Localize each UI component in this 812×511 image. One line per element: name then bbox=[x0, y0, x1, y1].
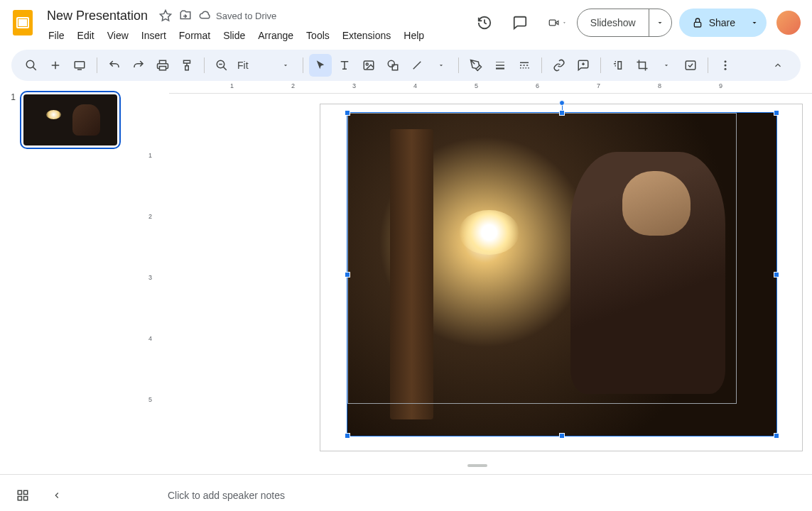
new-slide-button[interactable] bbox=[44, 54, 67, 77]
separator bbox=[97, 57, 97, 73]
move-icon[interactable] bbox=[179, 9, 192, 22]
separator bbox=[541, 57, 542, 73]
menu-file[interactable]: File bbox=[43, 27, 70, 44]
canvas-area[interactable]: 1 2 3 4 5 6 7 8 9 1 2 3 4 5 bbox=[142, 81, 812, 474]
save-status[interactable]: Saved to Drive bbox=[199, 9, 276, 22]
textbox-tool[interactable] bbox=[333, 54, 356, 77]
account-avatar[interactable] bbox=[776, 11, 801, 35]
share-button[interactable]: Share bbox=[679, 9, 747, 37]
slides-app-icon[interactable] bbox=[9, 9, 37, 37]
menu-slide[interactable]: Slide bbox=[217, 27, 251, 44]
select-tool[interactable] bbox=[309, 54, 332, 77]
paint-format-button[interactable] bbox=[175, 54, 198, 77]
selected-image[interactable] bbox=[347, 113, 776, 436]
collapse-filmstrip-icon[interactable] bbox=[45, 484, 68, 507]
replace-image-button[interactable] bbox=[679, 54, 702, 77]
line-dropdown[interactable] bbox=[430, 54, 453, 77]
svg-rect-19 bbox=[18, 490, 21, 494]
filmstrip[interactable]: 1 bbox=[0, 81, 142, 474]
more-icon[interactable] bbox=[714, 54, 737, 77]
horizontal-ruler[interactable]: 1 2 3 4 5 6 7 8 9 bbox=[169, 81, 812, 94]
redo-button[interactable] bbox=[127, 54, 150, 77]
speaker-notes[interactable]: Click to add speaker notes bbox=[153, 490, 801, 501]
slideshow-dropdown[interactable] bbox=[649, 9, 671, 36]
shape-tool[interactable] bbox=[381, 54, 404, 77]
border-weight-button[interactable] bbox=[489, 54, 511, 77]
comment-button[interactable] bbox=[572, 54, 595, 77]
svg-rect-5 bbox=[549, 20, 556, 26]
menu-insert[interactable]: Insert bbox=[136, 27, 172, 44]
slideshow-button[interactable]: Slideshow bbox=[578, 9, 649, 36]
svg-rect-15 bbox=[686, 61, 695, 70]
grid-view-icon[interactable] bbox=[11, 484, 34, 507]
lock-icon bbox=[692, 17, 703, 28]
svg-rect-8 bbox=[75, 62, 85, 68]
slide-thumbnail[interactable] bbox=[20, 91, 121, 149]
crop-dropdown[interactable] bbox=[655, 54, 678, 77]
share-button-group: Share bbox=[679, 9, 767, 37]
border-dash-button[interactable] bbox=[513, 54, 536, 77]
collapse-toolbar-icon[interactable] bbox=[767, 54, 789, 77]
new-slide-dropdown[interactable] bbox=[68, 54, 91, 77]
border-color-button[interactable] bbox=[465, 54, 487, 77]
resize-handle-bm[interactable] bbox=[559, 433, 565, 439]
zoom-dropdown[interactable] bbox=[274, 54, 297, 77]
crop-button[interactable] bbox=[631, 54, 654, 77]
separator bbox=[204, 57, 205, 73]
header-right: Slideshow Share bbox=[470, 9, 801, 37]
title-area: New Presentation Saved to Drive File Edi… bbox=[43, 6, 465, 44]
menu-view[interactable]: View bbox=[102, 27, 134, 44]
link-button[interactable] bbox=[548, 54, 570, 77]
share-dropdown[interactable] bbox=[747, 9, 767, 37]
zoom-level[interactable]: Fit bbox=[234, 60, 273, 71]
image-tool[interactable] bbox=[357, 54, 380, 77]
history-icon[interactable] bbox=[470, 9, 499, 37]
resize-handle-ml[interactable] bbox=[345, 272, 350, 278]
resize-handle-bl[interactable] bbox=[345, 433, 350, 439]
resize-handle-tl[interactable] bbox=[345, 110, 350, 116]
bottom-bar: Click to add speaker notes bbox=[0, 474, 812, 511]
resize-handle-mr[interactable] bbox=[774, 272, 779, 278]
svg-point-12 bbox=[366, 63, 368, 65]
menu-bar: File Edit View Insert Format Slide Arran… bbox=[43, 27, 465, 44]
menu-arrange[interactable]: Arrange bbox=[252, 27, 299, 44]
svg-rect-4 bbox=[18, 19, 27, 26]
menu-extensions[interactable]: Extensions bbox=[337, 27, 396, 44]
svg-rect-22 bbox=[24, 496, 28, 500]
svg-point-18 bbox=[725, 68, 727, 70]
svg-point-13 bbox=[388, 60, 394, 67]
zoom-button[interactable] bbox=[210, 54, 233, 77]
slideshow-button-group: Slideshow bbox=[577, 9, 672, 37]
document-title[interactable]: New Presentation bbox=[43, 7, 152, 25]
search-icon[interactable] bbox=[20, 54, 43, 77]
separator bbox=[708, 57, 708, 73]
svg-point-17 bbox=[725, 65, 727, 67]
notes-resize-handle[interactable] bbox=[467, 464, 487, 467]
separator bbox=[303, 57, 303, 73]
main-area: 1 1 2 3 4 5 6 7 8 9 1 2 3 4 5 bbox=[0, 81, 812, 474]
comments-icon[interactable] bbox=[506, 9, 534, 37]
separator bbox=[600, 57, 601, 73]
rotate-handle[interactable] bbox=[559, 100, 565, 106]
present-camera-icon[interactable] bbox=[541, 9, 570, 37]
menu-format[interactable]: Format bbox=[173, 27, 216, 44]
reset-image-button[interactable] bbox=[607, 54, 629, 77]
print-button[interactable] bbox=[151, 54, 174, 77]
slide-number: 1 bbox=[7, 91, 16, 149]
svg-point-16 bbox=[725, 60, 727, 62]
image-content bbox=[347, 113, 776, 436]
slide-canvas[interactable] bbox=[320, 104, 803, 451]
resize-handle-tr[interactable] bbox=[774, 110, 779, 116]
vertical-ruler[interactable]: 1 2 3 4 5 bbox=[142, 94, 169, 474]
resize-handle-tm[interactable] bbox=[559, 110, 565, 116]
undo-button[interactable] bbox=[103, 54, 126, 77]
separator bbox=[458, 57, 459, 73]
svg-rect-20 bbox=[24, 490, 28, 494]
menu-edit[interactable]: Edit bbox=[72, 27, 100, 44]
star-icon[interactable] bbox=[159, 9, 172, 22]
menu-tools[interactable]: Tools bbox=[301, 27, 335, 44]
resize-handle-br[interactable] bbox=[774, 433, 779, 439]
line-tool[interactable] bbox=[406, 54, 428, 77]
svg-rect-14 bbox=[392, 65, 398, 70]
menu-help[interactable]: Help bbox=[398, 27, 430, 44]
